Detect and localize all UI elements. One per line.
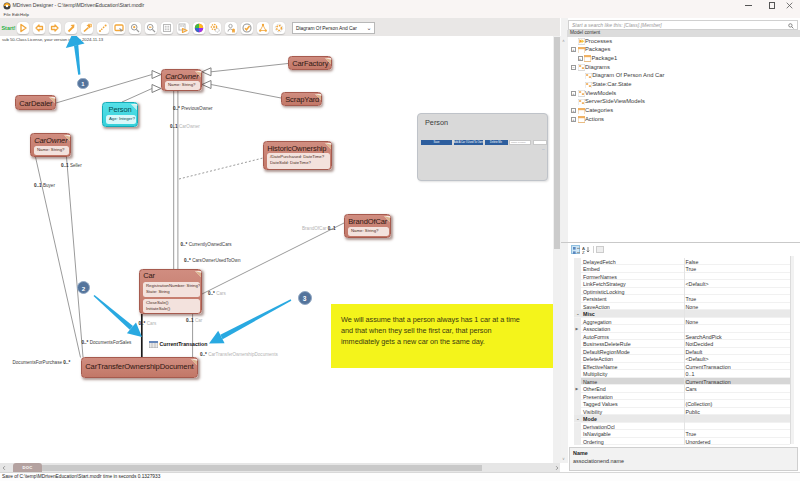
svg-text:Z: Z	[582, 250, 585, 254]
